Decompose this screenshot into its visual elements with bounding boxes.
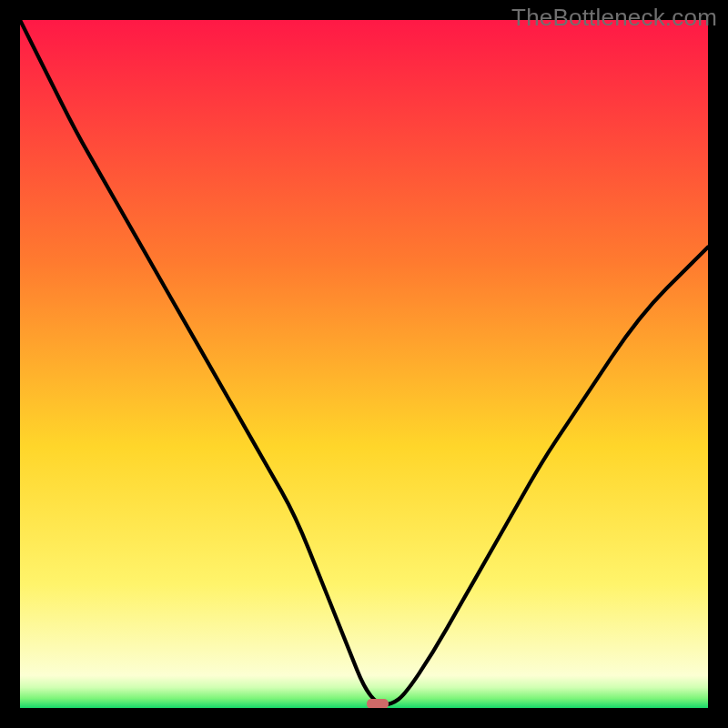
chart-frame: TheBottleneck.com <box>0 0 728 728</box>
plot-area <box>20 20 708 708</box>
plot-inner <box>20 20 708 708</box>
watermark-text: TheBottleneck.com <box>511 4 717 32</box>
bottleneck-curve <box>20 20 708 708</box>
optimum-marker <box>367 699 389 708</box>
